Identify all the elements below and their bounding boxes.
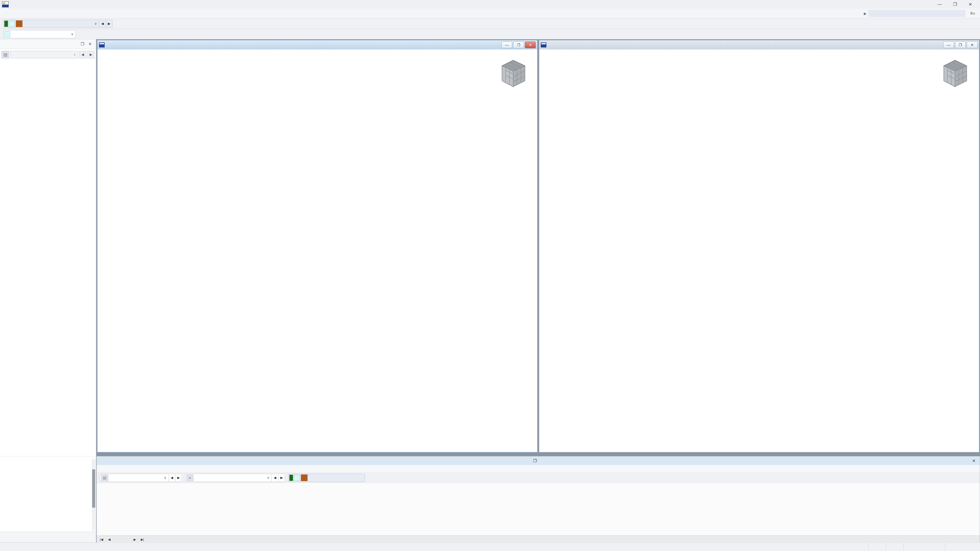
chevron-down-icon[interactable]: ∨ — [92, 22, 99, 25]
menu-bar: ▶ ≡⌕ — [0, 9, 980, 18]
toolbar-insert: ∨ — [0, 29, 980, 39]
child-window-title-bar[interactable]: — ❐ ✕ — [539, 40, 979, 49]
previous-page-button[interactable]: ◀ — [105, 536, 113, 543]
model-file-icon — [99, 42, 105, 48]
chevron-down-icon: ∨ — [73, 53, 76, 56]
child-minimize-button[interactable]: — — [943, 41, 954, 48]
stories-icon: ≡ — [186, 475, 193, 481]
scrollbar[interactable] — [92, 459, 95, 530]
pin-panel-icon[interactable]: ❐ — [531, 458, 538, 463]
solid-model-render — [539, 49, 979, 452]
next-load-case-button[interactable]: ▶ — [106, 20, 112, 27]
first-page-button[interactable]: |◀ — [98, 536, 105, 543]
table-icon: ▤ — [2, 51, 9, 59]
navigator-tab-strip — [0, 532, 96, 542]
next-button[interactable]: ▶ — [278, 474, 285, 482]
close-button[interactable]: ✕ — [963, 0, 978, 8]
3d-viewport-solid[interactable] — [539, 49, 979, 452]
navigation-cube[interactable] — [938, 57, 971, 90]
app-logo-icon — [2, 1, 9, 7]
chevron-down-icon: ∨ — [265, 476, 272, 480]
child-restore-button[interactable]: ❐ — [513, 41, 524, 48]
analysis-type-combo[interactable]: ▤ ∨ ◀ ▶ — [0, 49, 96, 60]
rfem-application: — ❐ ✕ ▶ ≡⌕ ∨ ◀ ▶ — [0, 0, 980, 551]
navigator-results-panel: ❐ ✕ ▤ ∨ ◀ ▶ — [0, 39, 97, 542]
deformed-model-render — [97, 49, 537, 452]
table-tab-strip: |◀ ◀ ▶ ▶| — [97, 535, 980, 543]
previous-button[interactable]: ◀ — [169, 474, 175, 482]
mdi-workspace: — ❐ ✕ — [97, 39, 980, 542]
license-info: ≡⌕ — [970, 11, 977, 16]
envelope-color-swatch — [4, 21, 8, 27]
search-expand-icon[interactable]: ▶ — [864, 11, 867, 16]
3d-viewport-deformed[interactable] — [97, 49, 537, 452]
chevron-down-icon[interactable]: ∨ — [69, 32, 76, 36]
child-window-title-bar[interactable]: — ❐ ✕ — [97, 40, 537, 49]
next-page-button[interactable]: ▶ — [131, 536, 138, 543]
minimize-button[interactable]: — — [932, 0, 947, 8]
child-minimize-button[interactable]: — — [501, 41, 512, 48]
results-by-combo[interactable]: ≡ ∨ ◀ ▶ — [185, 474, 285, 482]
previous-load-case-button[interactable]: ◀ — [99, 20, 106, 27]
title-bar: — ❐ ✕ — [0, 0, 980, 9]
next-analysis-button[interactable]: ▶ — [87, 51, 94, 59]
case-color-swatch — [9, 21, 15, 27]
table-icon: ▤ — [101, 475, 108, 481]
last-page-button[interactable]: ▶| — [138, 536, 146, 543]
navigation-cube[interactable] — [496, 57, 530, 90]
float-panel-icon[interactable]: ❐ — [79, 41, 86, 46]
load-case-combo[interactable] — [288, 474, 365, 482]
close-panel-icon[interactable]: ✕ — [970, 458, 977, 463]
table-menu-bar — [97, 465, 980, 473]
cs-color-swatch — [4, 31, 10, 37]
model-file-icon — [541, 42, 546, 48]
envelope-badge — [16, 21, 22, 27]
previous-button[interactable]: ◀ — [272, 474, 278, 482]
case-color-swatch — [294, 475, 300, 481]
model-window-deformed: — ❐ ✕ — [97, 40, 538, 453]
results-tree — [0, 60, 96, 456]
page-indicator — [113, 536, 131, 543]
coordinate-system-combo[interactable]: ∨ — [3, 30, 76, 38]
license-icon: ≡⌕ — [970, 11, 975, 16]
table-toolbar: ▤ ∨ ◀ ▶ ≡ ∨ ◀ ▶ — [97, 473, 980, 483]
child-close-button[interactable]: ✕ — [967, 41, 977, 48]
previous-analysis-button[interactable]: ◀ — [79, 51, 86, 59]
load-case-combo[interactable]: ∨ ◀ ▶ — [3, 20, 113, 28]
analysis-combo[interactable]: ▤ ∨ ◀ ▶ — [100, 474, 182, 482]
close-panel-icon[interactable]: ✕ — [86, 41, 94, 46]
table-scroll-area[interactable] — [97, 483, 980, 535]
model-window-solid: — ❐ ✕ — [539, 40, 980, 453]
chevron-down-icon: ∨ — [162, 476, 169, 480]
envelope-badge — [301, 475, 307, 481]
restore-button[interactable]: ❐ — [947, 0, 963, 8]
keyword-search-input[interactable] — [869, 10, 966, 17]
next-button[interactable]: ▶ — [175, 474, 182, 482]
envelope-color-swatch — [290, 475, 293, 481]
child-restore-button[interactable]: ❐ — [955, 41, 966, 48]
toolbar-standard: ∨ ◀ ▶ — [0, 18, 980, 29]
results-table-panel: ❐ ✕ ▤ ∨ ◀ ▶ ≡ ∨ ◀ — [97, 456, 980, 543]
display-options-tree — [0, 458, 96, 532]
child-close-button[interactable]: ✕ — [525, 41, 536, 48]
status-bar — [0, 542, 980, 551]
